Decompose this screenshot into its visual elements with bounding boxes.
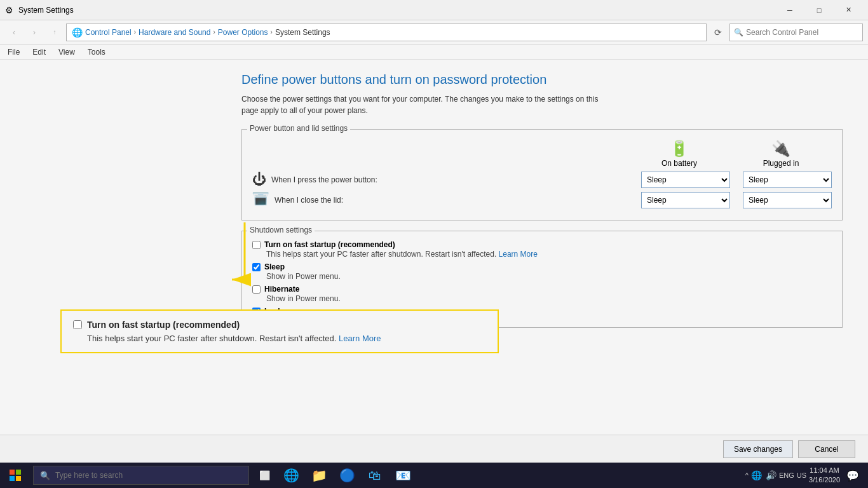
hibernate-row: Hibernate Show in Power menu.	[252, 285, 832, 303]
power-button-battery-select[interactable]: Sleep Do nothing Hibernate Shut down Tur…	[641, 172, 730, 188]
page-description: Choose the power settings that you want …	[241, 93, 610, 116]
hibernate-label[interactable]: Hibernate	[252, 285, 832, 294]
taskbar-search-box[interactable]: 🔍	[33, 466, 249, 485]
maximize-button[interactable]: □	[804, 0, 834, 20]
svg-rect-3	[10, 476, 15, 481]
up-button[interactable]: ↑	[46, 24, 64, 41]
power-section-content: 🔋 On battery 🔌 Plugged in ⏻ When I press…	[242, 130, 842, 208]
taskbar: 🔍 ⬜ 🌐 📁 🔵 🛍 📧 ^ 🌐 🔊 ENG US 11:04 AM 3/16…	[0, 463, 868, 488]
plugged-column-header: 🔌 Plugged in	[730, 140, 832, 168]
minimize-button[interactable]: ─	[775, 0, 804, 20]
callout-description: This helps start your PC faster after sh…	[87, 334, 486, 343]
fast-startup-sublabel: This helps start your PC faster after sh…	[266, 250, 832, 259]
sleep-row: Sleep Show in Power menu.	[252, 262, 832, 281]
callout-box: Turn on fast startup (recommended) This …	[60, 309, 499, 353]
shutdown-content: Turn on fast startup (recommended) This …	[242, 231, 842, 316]
search-input[interactable]	[746, 28, 858, 37]
title-bar: ⚙ System Settings ─ □ ✕	[0, 0, 868, 20]
menu-tools[interactable]: Tools	[83, 46, 111, 58]
power-button-text: When I press the power button:	[271, 175, 377, 184]
lid-icon: 💻	[252, 192, 269, 208]
nav-bar: ‹ › ↑ 🌐 Control Panel › Hardware and Sou…	[0, 20, 868, 44]
menu-file[interactable]: File	[3, 46, 25, 58]
power-button-plugged-select[interactable]: Sleep Do nothing Hibernate Shut down Tur…	[743, 172, 832, 188]
fast-startup-text: Turn on fast startup (recommended)	[264, 240, 395, 249]
save-changes-button[interactable]: Save changes	[723, 440, 793, 458]
lid-plugged-select[interactable]: Sleep Do nothing Hibernate Shut down Tur…	[743, 192, 832, 208]
breadcrumb-control-panel[interactable]: Control Panel	[85, 28, 132, 37]
hibernate-checkbox[interactable]	[252, 285, 261, 294]
globe-icon: 🌐	[72, 27, 83, 37]
taskbar-search-icon: 🔍	[40, 471, 50, 480]
battery-column-header: 🔋 On battery	[628, 140, 730, 168]
callout-learn-more-link[interactable]: Learn More	[339, 334, 381, 343]
pinned-apps: 🌐 📁 🔵 🛍 📧	[277, 463, 417, 488]
tray-chevron[interactable]: ^	[745, 471, 749, 479]
power-button-icon: ⏻	[252, 172, 266, 188]
lid-close-row: 💻 When I close the lid: Sleep Do nothing…	[252, 192, 832, 208]
file-explorer-app[interactable]: 📁	[305, 463, 333, 488]
task-view-button[interactable]: ⬜	[252, 463, 277, 488]
sleep-sublabel: Show in Power menu.	[266, 272, 832, 281]
callout-checkbox[interactable]	[73, 320, 82, 329]
plugged-icon: 🔌	[771, 140, 790, 158]
callout-title-text: Turn on fast startup (recommended)	[87, 320, 240, 330]
fast-startup-label[interactable]: Turn on fast startup (recommended)	[252, 240, 832, 249]
menu-view[interactable]: View	[53, 46, 80, 58]
breadcrumb-hardware-sound[interactable]: Hardware and Sound	[139, 28, 210, 37]
mail-app[interactable]: 📧	[389, 463, 417, 488]
main-content: Define power buttons and turn on passwor…	[0, 60, 868, 435]
footer-bar: Save changes Cancel	[0, 435, 868, 463]
forward-button[interactable]: ›	[25, 24, 43, 41]
refresh-button[interactable]: ⟳	[709, 24, 727, 41]
battery-label: On battery	[661, 159, 697, 168]
power-button-selects: Sleep Do nothing Hibernate Shut down Tur…	[641, 172, 832, 188]
clock-time: 11:04 AM	[809, 466, 840, 475]
title-bar-controls: ─ □ ✕	[775, 0, 863, 20]
breadcrumb-current: System Settings	[275, 28, 330, 37]
notification-button[interactable]: 💬	[843, 463, 863, 488]
search-box[interactable]: 🔍	[729, 24, 863, 41]
tray-icons: 🌐 🔊	[751, 470, 776, 480]
power-button-row: ⏻ When I press the power button: Sleep D…	[252, 172, 832, 188]
title-bar-left: ⚙ System Settings	[5, 5, 74, 15]
fast-startup-learn-more[interactable]: Learn More	[499, 250, 538, 259]
edge-app[interactable]: 🌐	[277, 463, 305, 488]
svg-rect-1	[10, 470, 15, 475]
chrome-app[interactable]: 🔵	[333, 463, 361, 488]
start-button[interactable]	[0, 463, 31, 488]
page-title: Define power buttons and turn on passwor…	[241, 72, 843, 87]
power-button-section: Power button and lid settings 🔋 On batte…	[241, 129, 843, 220]
callout-title: Turn on fast startup (recommended)	[73, 320, 486, 330]
lid-battery-select[interactable]: Sleep Do nothing Hibernate Shut down Tur…	[641, 192, 730, 208]
back-button[interactable]: ‹	[5, 24, 23, 41]
column-headers: 🔋 On battery 🔌 Plugged in	[252, 140, 832, 168]
shutdown-legend: Shutdown settings	[247, 226, 315, 234]
plugged-label: Plugged in	[763, 159, 799, 168]
system-tray: ^ 🌐 🔊 ENG US 11:04 AM 3/16/2020 💬	[740, 463, 868, 488]
sleep-checkbox[interactable]	[252, 263, 261, 271]
hibernate-text: Hibernate	[264, 285, 299, 294]
sleep-label[interactable]: Sleep	[252, 262, 832, 271]
system-clock[interactable]: 11:04 AM 3/16/2020	[809, 466, 840, 485]
fast-startup-row: Turn on fast startup (recommended) This …	[252, 240, 832, 259]
svg-rect-4	[16, 476, 21, 481]
lid-close-label: 💻 When I close the lid:	[252, 192, 641, 208]
breadcrumb-power-options[interactable]: Power Options	[218, 28, 268, 37]
hibernate-sublabel: Show in Power menu.	[266, 294, 832, 303]
cancel-button[interactable]: Cancel	[798, 440, 855, 458]
lang-label: ENG	[779, 471, 794, 479]
power-section-legend: Power button and lid settings	[247, 124, 350, 133]
lid-close-selects: Sleep Do nothing Hibernate Shut down Tur…	[641, 192, 832, 208]
battery-icon: 🔋	[670, 140, 689, 158]
fast-startup-checkbox[interactable]	[252, 241, 261, 249]
app-icon: ⚙	[5, 5, 13, 15]
breadcrumb: 🌐 Control Panel › Hardware and Sound › P…	[66, 24, 707, 41]
store-app[interactable]: 🛍	[361, 463, 389, 488]
close-button[interactable]: ✕	[834, 0, 863, 20]
taskbar-search-input[interactable]	[55, 471, 242, 480]
clock-date: 3/16/2020	[809, 475, 840, 485]
menu-edit[interactable]: Edit	[27, 46, 51, 58]
region-label: US	[797, 471, 806, 479]
lid-close-text: When I close the lid:	[275, 196, 343, 205]
